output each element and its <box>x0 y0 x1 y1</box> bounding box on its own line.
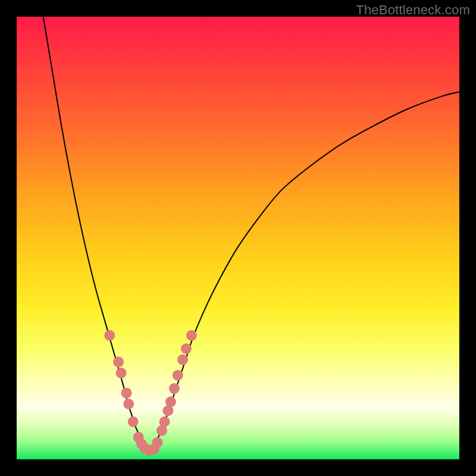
highlight-point <box>152 437 163 448</box>
highlight-point <box>116 368 127 378</box>
highlight-point <box>169 383 180 394</box>
highlight-point <box>121 387 132 398</box>
highlight-point <box>104 330 115 341</box>
chart-plot-area <box>17 17 459 459</box>
left-curve-line <box>43 17 150 450</box>
highlight-points-group <box>104 330 197 456</box>
highlight-point <box>128 416 139 427</box>
right-curve-line <box>149 92 459 450</box>
highlight-point <box>165 396 176 407</box>
highlight-point <box>181 343 192 354</box>
watermark-text: TheBottleneck.com <box>356 2 470 18</box>
highlight-point <box>113 356 124 367</box>
highlight-point <box>177 355 188 365</box>
highlight-point <box>123 399 134 409</box>
highlight-point <box>173 370 183 381</box>
chart-svg <box>17 17 459 459</box>
highlight-point <box>159 416 170 427</box>
highlight-point <box>186 330 197 341</box>
